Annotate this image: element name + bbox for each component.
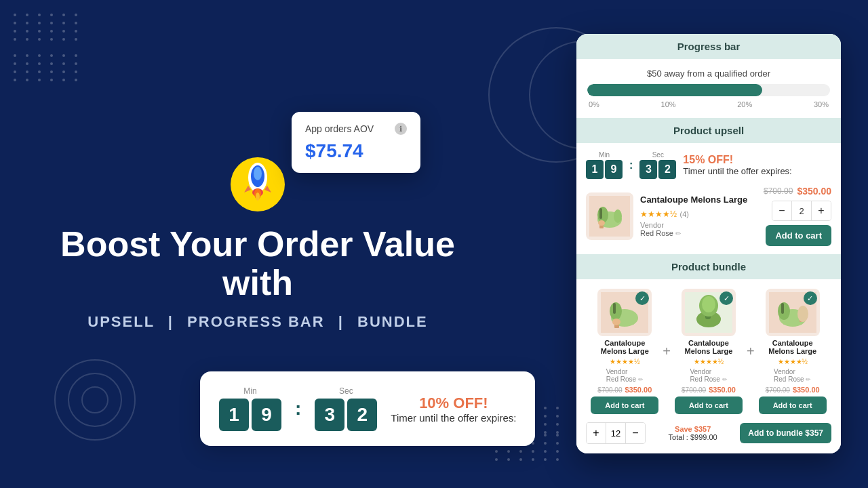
bundle-item-2-check: ✓ <box>804 291 817 305</box>
upsell-timer-min-label: Min <box>599 151 610 159</box>
bundle-item-1-check: ✓ <box>719 291 733 305</box>
upsell-product-name: Cantaloupe Melons Large <box>640 195 757 205</box>
upsell-vendor-edit: ✏ <box>675 230 681 237</box>
upsell-timer-sec-digits: 3 2 <box>639 160 676 179</box>
upsell-offer-text: 15% OFF! Timer until the offer expires: <box>683 154 831 176</box>
upsell-product-image <box>586 192 633 240</box>
sub-heading: UPSELL | PROGRESS BAR | BUNDLE <box>87 313 427 331</box>
bundle-item-1-stars: ★★★★½ <box>694 358 724 365</box>
upsell-colon: : <box>629 159 633 171</box>
bundle-add-all-button[interactable]: Add to bundle $357 <box>740 423 831 443</box>
bundle-item-2-name: Cantaloupe Melons Large <box>759 339 827 355</box>
bundle-item-1-vendor-label: Vendor <box>690 368 711 375</box>
sub-sep1: | <box>168 313 174 330</box>
timer-sec-section: Sec 3 2 <box>315 386 377 431</box>
bundle-qty-increase[interactable]: + <box>587 423 606 443</box>
bundle-item-0-vendor-name: Red Rose <box>606 375 636 383</box>
main-heading: Boost Your Order Value with <box>27 225 488 302</box>
bundle-item-2-stars: ★★★★½ <box>778 358 808 365</box>
bundle-item-1-vendor-name: Red Rose <box>690 375 719 383</box>
bundle-item-1-vendor: Vendor Red Rose ✏ <box>690 368 727 383</box>
svg-point-3 <box>254 167 262 180</box>
upsell-timer-sec-label: Sec <box>652 151 664 159</box>
upsell-header: Product upsell <box>576 118 841 143</box>
bundle-item-2-prices: $700.00 $350.00 <box>766 386 820 394</box>
upsell-price-original: $700.00 <box>764 186 793 196</box>
upsell-product-vendor: Vendor Red Rose ✏ <box>640 221 757 237</box>
bundle-save-amount: Save $357 <box>651 425 734 433</box>
progress-bar-container <box>587 84 830 96</box>
upsell-qty-input[interactable] <box>791 201 812 220</box>
progress-label: $50 away from a qualified order <box>587 68 830 79</box>
bundle-item-0-prices: $700.00 $350.00 <box>597 386 652 394</box>
upsell-digit-1: 9 <box>605 160 623 179</box>
bundle-item-1-image: ✓ <box>682 289 736 336</box>
timer-digit-2: 3 <box>315 399 344 431</box>
timer-digit-3: 2 <box>347 399 377 431</box>
bundle-item-2-orig: $700.00 <box>766 386 790 394</box>
bundle-item-1-orig: $700.00 <box>682 386 706 394</box>
svg-rect-10 <box>599 208 602 219</box>
upsell-price-row: $700.00 $350.00 <box>764 186 831 197</box>
upsell-product-info: Cantaloupe Melons Large ★★★★½ (4) Vendor… <box>640 195 757 237</box>
bundle-item-0-sale: $350.00 <box>625 386 652 394</box>
tick-3: 30% <box>814 100 829 108</box>
bundle-plus-2: + <box>747 344 755 359</box>
bundle-item-1-prices: $700.00 $350.00 <box>682 386 736 394</box>
aov-value: $75.74 <box>305 140 407 162</box>
upsell-timer-min-digits: 1 9 <box>586 160 623 179</box>
upsell-qty-increase[interactable]: + <box>812 201 831 220</box>
bundle-item-0: ✓ Cantaloupe Melons Large ★★★★½ Vendor R… <box>591 289 658 414</box>
timer-colon: : <box>295 398 301 420</box>
upsell-pct: 15% OFF! <box>683 154 831 166</box>
upsell-product-reviews: (4) <box>679 210 688 218</box>
bundle-item-1: ✓ Cantaloupe Melons Large ★★★★½ Vendor R… <box>675 289 743 414</box>
bundle-total: Total : $999.00 <box>651 433 734 441</box>
bundle-item-2-add-button[interactable]: Add to cart <box>759 396 827 414</box>
timer-digit-1: 9 <box>252 399 281 431</box>
aov-info-icon[interactable]: ℹ <box>395 123 407 135</box>
bundle-item-0-image: ✓ <box>597 289 652 336</box>
timer-offer-pct: 10% OFF! <box>391 394 516 412</box>
timer-sec-label: Sec <box>339 386 353 396</box>
sub-sep2: | <box>338 313 344 330</box>
aov-label: App orders AOV <box>305 123 374 134</box>
bundle-qty-input[interactable] <box>606 423 626 443</box>
bundle-item-0-stars: ★★★★½ <box>610 358 639 365</box>
svg-point-11 <box>614 209 622 223</box>
upsell-timer-min-group: Min 1 9 <box>586 151 623 179</box>
upsell-vendor-label: Vendor <box>640 221 664 229</box>
bundle-item-0-vendor: Vendor Red Rose ✏ <box>606 368 644 383</box>
upsell-timer: Min 1 9 : Sec 3 2 15% OFF! Timer until t… <box>586 151 831 179</box>
right-panel: Progress bar $50 away from a qualified o… <box>576 34 841 453</box>
bundle-item-2-vendor: Vendor Red Rose ✏ <box>774 368 811 383</box>
bundle-item-2-vendor-name: Red Rose <box>774 375 804 383</box>
bundle-qty-decrease[interactable]: − <box>626 423 645 443</box>
upsell-digit-2: 3 <box>639 160 657 179</box>
sub-upsell: UPSELL <box>87 313 154 330</box>
upsell-product-row: Cantaloupe Melons Large ★★★★½ (4) Vendor… <box>586 186 831 246</box>
timer-sec-digits: 3 2 <box>315 399 377 431</box>
upsell-qty-control: − + <box>772 201 831 221</box>
upsell-add-to-cart-button[interactable]: Add to cart <box>766 225 831 246</box>
tick-2: 20% <box>737 100 752 108</box>
upsell-section: Min 1 9 : Sec 3 2 15% OFF! Timer until t… <box>576 143 841 254</box>
bundle-item-1-add-button[interactable]: Add to cart <box>675 396 743 414</box>
bundle-item-0-add-button[interactable]: Add to cart <box>591 396 658 414</box>
bundle-item-0-vendor-label: Vendor <box>606 368 628 375</box>
sub-bundle: BUNDLE <box>357 313 428 330</box>
svg-rect-28 <box>781 303 784 314</box>
svg-point-30 <box>797 306 808 322</box>
progress-ticks: 0% 10% 20% 30% <box>587 100 830 108</box>
bundle-section: ✓ Cantaloupe Melons Large ★★★★½ Vendor R… <box>576 279 841 453</box>
svg-point-24 <box>702 296 715 312</box>
svg-rect-17 <box>613 303 616 314</box>
upsell-expires: Timer until the offer expires: <box>683 166 831 176</box>
bundle-save-info: Save $357 Total : $999.00 <box>651 425 734 441</box>
upsell-qty-decrease[interactable]: − <box>772 201 791 220</box>
bundle-item-0-orig: $700.00 <box>597 386 622 394</box>
bundle-item-2-sale: $350.00 <box>793 386 820 394</box>
timer-digit-0: 1 <box>219 399 249 431</box>
bundle-item-2-vendor-label: Vendor <box>774 368 795 375</box>
bundle-item-2-image: ✓ <box>766 289 820 336</box>
